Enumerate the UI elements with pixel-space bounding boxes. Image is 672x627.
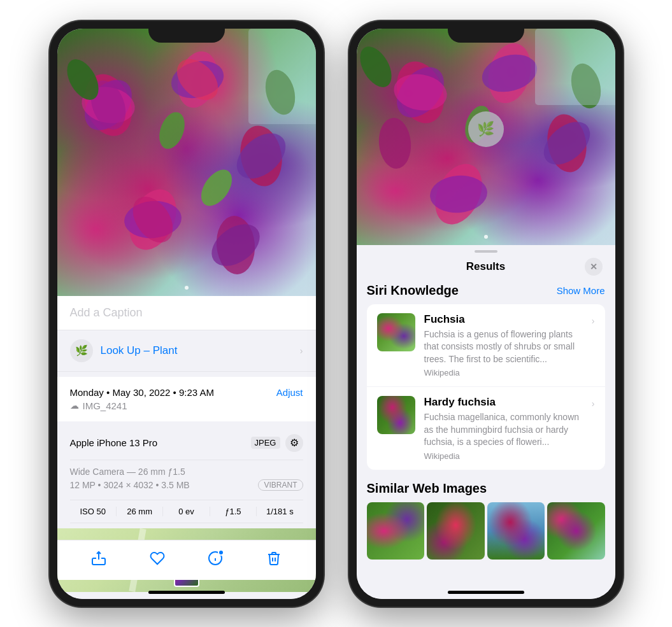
photo-indicator [185,286,189,290]
hardy-fuchsia-item[interactable]: Hardy fuchsia Fuchsia magellanica, commo… [367,387,605,470]
svg-rect-18 [248,29,316,124]
right-screen: 🌿 Results ✕ [357,29,615,599]
similar-image-2[interactable] [427,502,485,560]
similar-images-section: Similar Web Images [357,481,615,570]
results-panel: Results ✕ Siri Knowledge Show More [357,245,615,570]
similar-image-1[interactable] [367,502,425,560]
fuchsia-source: Wikipedia [424,368,583,377]
fuchsia-desc: Fuchsia is a genus of flowering plants t… [424,328,583,366]
aperture-value: ƒ1.5 [210,507,257,516]
filename-row: ☁ IMG_4241 [70,400,303,411]
siri-button[interactable]: 🌿 [468,111,504,147]
caption-area[interactable]: Add a Caption [57,296,316,330]
gear-button[interactable]: ⚙ [285,434,303,452]
knowledge-card: Fuchsia Fuchsia is a genus of flowering … [367,304,605,470]
gear-icon: ⚙ [290,437,299,449]
meta-date-row: Monday • May 30, 2022 • 9:23 AM Adjust [70,387,303,398]
tech-specs: ISO 50 26 mm 0 ev ƒ1.5 1/181 s [70,500,303,523]
siri-knowledge-title: Siri Knowledge [367,283,459,298]
info-badge-dot [218,549,224,556]
right-phone: 🌿 Results ✕ [349,21,623,607]
svg-point-32 [357,41,398,92]
hardy-chevron: › [592,398,595,409]
left-phone: Add a Caption 🌿 Look Up – Plant › Monday… [50,21,324,607]
right-photo-area[interactable]: 🌿 [357,29,615,245]
results-panel-container: Results ✕ Siri Knowledge Show More [357,245,615,599]
shutter-value: 1/181 s [257,507,303,516]
leaf-icon: 🌿 [75,344,88,356]
lookup-row[interactable]: 🌿 Look Up – Plant › [57,330,316,372]
toolbar [57,540,316,580]
meta-section: Monday • May 30, 2022 • 9:23 AM Adjust ☁… [57,377,316,421]
device-row: Apple iPhone 13 Pro JPEG ⚙ [70,426,303,460]
lookup-text: Look Up – Plant [101,344,178,357]
image-grid [367,502,605,560]
fuchsia-content: Fuchsia Fuchsia is a genus of flowering … [424,313,583,378]
caption-placeholder[interactable]: Add a Caption [70,306,143,319]
home-indicator[interactable] [148,591,225,594]
show-more-button[interactable]: Show More [557,285,605,296]
similar-image-4[interactable] [547,502,605,560]
device-name: Apple iPhone 13 Pro [70,437,158,448]
notch [148,21,225,43]
iso-value: ISO 50 [70,507,117,516]
fuchsia-thumb [377,313,415,351]
lookup-icon: 🌿 [70,339,93,362]
cloud-icon: ☁ [70,400,79,411]
badge-group: JPEG ⚙ [251,434,303,452]
siri-knowledge-section: Siri Knowledge Show More Fuchsia [357,283,615,482]
camera-specs: Wide Camera — 26 mm ƒ1.5 12 MP • 3024 × … [70,460,303,500]
results-title: Results [466,260,505,273]
close-btn-wrap: ✕ [505,258,602,276]
close-button[interactable]: ✕ [585,258,603,276]
notch-right [448,21,524,43]
svg-rect-35 [535,29,615,105]
focal-value: 26 mm [117,507,163,516]
hardy-fuchsia-thumb [377,396,415,434]
home-indicator-right[interactable] [448,591,524,594]
info-button[interactable] [208,551,223,570]
share-button[interactable] [91,551,106,570]
fuchsia-chevron: › [592,316,595,326]
resolution-row: 12 MP • 3024 × 4032 • 3.5 MB VIBRANT [70,479,303,491]
siri-leaf-icon: 🌿 [477,121,494,137]
siri-knowledge-header: Siri Knowledge Show More [367,283,605,298]
similar-title: Similar Web Images [367,481,605,496]
adjust-button[interactable]: Adjust [276,387,303,398]
hardy-title: Hardy fuchsia [424,396,583,409]
fuchsia-title: Fuchsia [424,313,583,326]
flower-photo [57,29,316,296]
hardy-thumb-image [377,396,415,434]
drag-handle[interactable] [475,250,497,253]
resolution-text: 12 MP • 3024 × 4032 • 3.5 MB [70,480,190,490]
vibrant-badge: VIBRANT [258,479,303,491]
lookup-subject: Plant [150,344,177,356]
camera-type-row: Wide Camera — 26 mm ƒ1.5 [70,467,303,477]
left-screen: Add a Caption 🌿 Look Up – Plant › Monday… [57,29,316,599]
hardy-desc: Fuchsia magellanica, commonly known as t… [424,411,583,449]
svg-point-26 [478,48,541,97]
hardy-fuchsia-content: Hardy fuchsia Fuchsia magellanica, commo… [424,396,583,461]
format-badge: JPEG [251,437,280,449]
fuchsia-item[interactable]: Fuchsia Fuchsia is a genus of flowering … [367,304,605,388]
ev-value: 0 ev [163,507,210,516]
svg-point-15 [154,108,189,152]
like-button[interactable] [150,551,165,570]
photo-area[interactable] [57,29,316,296]
hardy-source: Wikipedia [424,451,583,461]
delete-button[interactable] [266,551,282,570]
fuchsia-thumb-image [377,313,415,351]
similar-image-3[interactable] [487,502,545,560]
svg-point-17 [195,164,238,211]
lookup-chevron: › [300,346,303,356]
device-section: Apple iPhone 13 Pro JPEG ⚙ Wide Camera —… [57,426,316,523]
right-dot-indicator [484,235,488,239]
svg-point-31 [376,116,413,169]
filename-text: IMG_4241 [83,400,127,411]
date-text: Monday • May 30, 2022 • 9:23 AM [70,387,214,398]
camera-type-text: Wide Camera — 26 mm ƒ1.5 [70,467,185,477]
